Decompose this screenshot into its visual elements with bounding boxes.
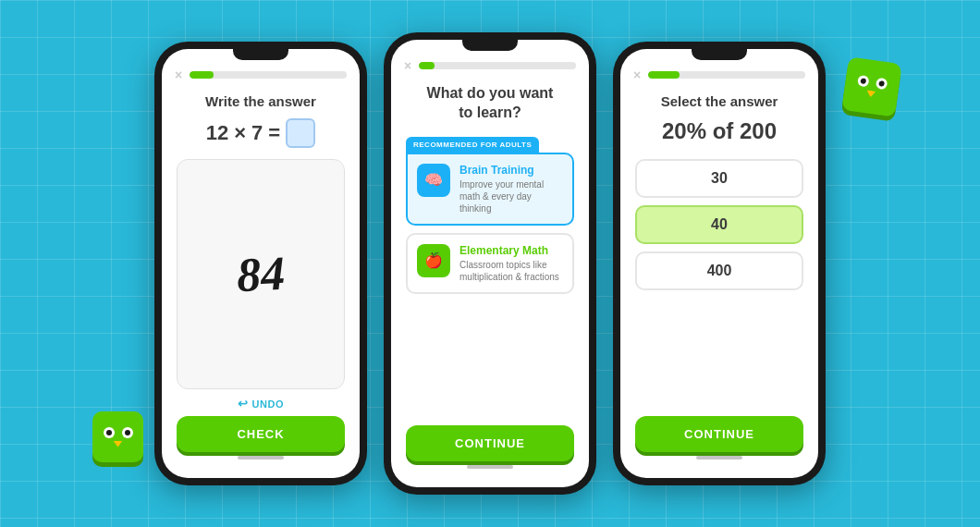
phone-2: × What do you wantto learn? RECOMMENDED … — [384, 32, 596, 495]
phone-1-content: Write the answer 12 × 7 = 84 ↩ UNDO CHEC… — [162, 86, 360, 478]
phone-1-topbar: × — [162, 60, 360, 86]
close-icon-2[interactable]: × — [404, 58, 411, 73]
phone-1-bottom-bar — [238, 456, 284, 460]
brain-icon: 🧠 — [417, 164, 450, 197]
phone-1-title: Write the answer — [177, 93, 345, 109]
elementary-math-text: Elementary Math Classroom topics like mu… — [459, 244, 563, 283]
answer-option-400[interactable]: 400 — [635, 251, 803, 290]
handwritten-answer: 84 — [235, 246, 286, 303]
brain-training-title: Brain Training — [459, 164, 563, 177]
mascot-left — [92, 411, 143, 462]
brain-training-text: Brain Training Improve your mental math … — [459, 164, 563, 214]
math-op: × — [234, 121, 246, 145]
phone-1-notch — [233, 49, 288, 60]
learn-title: What do you wantto learn? — [406, 84, 574, 123]
answer-option-30[interactable]: 30 — [635, 159, 803, 198]
phones-container: × Write the answer 12 × 7 = 84 ↩ — [154, 32, 826, 495]
phone-2-bottom-bar — [467, 465, 513, 469]
phone-3-notch — [692, 49, 747, 60]
apple-icon: 🍎 — [417, 244, 450, 277]
math-equation: 12 × 7 = — [177, 118, 345, 148]
phone-1: × Write the answer 12 × 7 = 84 ↩ — [154, 42, 367, 485]
elementary-math-desc: Classroom topics like multiplication & f… — [459, 259, 563, 283]
option-1-wrapper: RECOMMENDED FOR ADULTS 🧠 Brain Training … — [406, 134, 574, 226]
progress-fill-3 — [648, 71, 680, 79]
undo-button[interactable]: ↩ UNDO — [177, 397, 345, 411]
phone-2-topbar: × — [391, 51, 589, 77]
phone-3-bottom-bar — [696, 456, 742, 460]
math-num2: 7 — [251, 121, 263, 145]
close-icon-3[interactable]: × — [633, 67, 641, 82]
brain-training-option[interactable]: 🧠 Brain Training Improve your mental mat… — [406, 153, 574, 226]
mascot-right — [845, 60, 899, 114]
phone-3: × Select the answer 20% of 200 30 40 400… — [613, 42, 826, 485]
undo-icon: ↩ — [238, 397, 249, 411]
math-num1: 12 — [206, 121, 228, 145]
progress-fill-2 — [419, 62, 435, 69]
progress-bar-1 — [190, 71, 347, 79]
percent-question: 20% of 200 — [635, 118, 803, 144]
answer-option-40[interactable]: 40 — [635, 205, 803, 244]
phone-2-notch — [462, 40, 518, 51]
select-title: Select the answer — [635, 93, 803, 109]
brain-training-desc: Improve your mental math & every day thi… — [459, 178, 563, 214]
drawing-area[interactable]: 84 — [177, 159, 345, 389]
answer-box[interactable] — [286, 118, 315, 148]
progress-fill-1 — [190, 71, 213, 79]
close-icon-1[interactable]: × — [175, 67, 182, 82]
check-button[interactable]: CHECK — [177, 416, 345, 452]
continue-button-3[interactable]: CONTINUE — [635, 416, 803, 452]
phone-3-content: Select the answer 20% of 200 30 40 400 C… — [620, 86, 818, 478]
progress-bar-3 — [648, 71, 805, 79]
phone-2-content: What do you wantto learn? RECOMMENDED FO… — [391, 77, 589, 487]
elementary-math-title: Elementary Math — [459, 244, 563, 257]
undo-label: UNDO — [252, 398, 284, 410]
progress-bar-2 — [419, 62, 576, 69]
answer-options: 30 40 400 — [635, 159, 803, 290]
elementary-math-option[interactable]: 🍎 Elementary Math Classroom topics like … — [406, 233, 574, 294]
math-equals: = — [268, 121, 280, 145]
continue-button-2[interactable]: CONTINUE — [406, 425, 574, 461]
recommended-badge: RECOMMENDED FOR ADULTS — [406, 137, 539, 153]
phone-3-topbar: × — [620, 60, 818, 86]
